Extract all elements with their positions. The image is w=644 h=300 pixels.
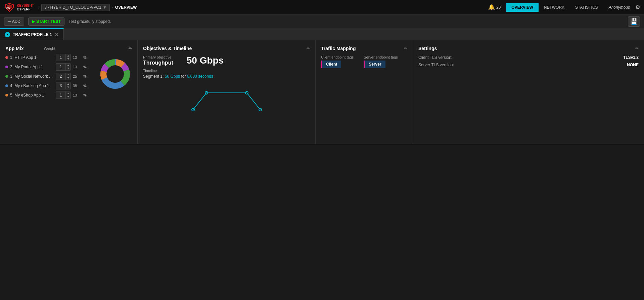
dropdown-arrow-icon: ▼ [103,5,107,10]
objectives-edit-icon[interactable]: ✏ [307,46,310,51]
logo-text: KEYSIGHT CYPERF [17,4,34,11]
settings-key-0: Client TLS version: [418,55,452,60]
objectives-title: Objectives & Timeline [143,46,192,51]
settings-edit-icon[interactable]: ✏ [635,46,639,51]
stepper-arrows: ▲ ▼ [65,92,71,98]
stepper-input[interactable] [56,65,65,69]
percent-sign: % [83,93,87,97]
primary-objective-value: Throughput [143,60,173,66]
timeline-segment-text: Segment 1: 50 Gbps for 6,000 seconds [143,74,310,79]
settings-key-1: Server TLS version: [418,63,454,67]
timeline-chart [143,83,310,116]
stepper-input[interactable] [56,55,65,60]
app-name: 1. HTTP App 1 [10,55,54,60]
save-icon[interactable]: 💾 [628,16,640,27]
client-endpoint-col: Client endpoint tags Client [321,55,354,68]
play-icon: ▶ [32,19,35,24]
app-weight-stepper[interactable]: ▲ ▼ [56,63,71,71]
top-nav: KS KEYSIGHT CYPERF › 8 - HYBRID_TO_CLOUD… [0,0,644,15]
stepper-down[interactable]: ▼ [66,67,71,70]
settings-row-1: Server TLS version: NONE [418,63,639,67]
app-name: 2. My Portal App 1 [10,65,54,69]
stepper-up[interactable]: ▲ [66,54,71,58]
bell-badge[interactable]: 🔔 20 [488,4,501,10]
traffic-mapping-edit-icon[interactable]: ✏ [404,46,407,51]
keysight-logo: KS [4,2,15,13]
server-tag-badge: Server [364,61,385,68]
stepper-arrows: ▲ ▼ [65,64,71,70]
app-percent: 25 [73,74,81,78]
percent-sign: % [83,84,87,88]
stepper-down[interactable]: ▼ [66,58,71,61]
app-item: 5. My eShop App 1 ▲ ▼ 13 % [5,91,93,99]
add-label: + ADD [9,19,20,24]
app-name: 4. My eBanking App 1 [10,83,54,88]
stepper-input[interactable] [56,83,65,88]
app-color-dot [5,66,8,68]
app-weight-stepper[interactable]: ▲ ▼ [56,73,71,80]
primary-objective-label: Primary objective [143,55,173,59]
status-text: Test gracefully stopped. [68,19,111,24]
stepper-down[interactable]: ▼ [66,95,71,99]
top-panel: App Mix Weight ✏ 1. HTTP App 1 ▲ ▼ 13 [0,40,644,145]
gear-icon[interactable]: ⚙ [635,4,640,10]
stepper-up[interactable]: ▲ [66,82,71,86]
app-percent: 13 [73,65,81,69]
toolbar: + + ADD ▶ START TEST Test gracefully sto… [0,15,644,28]
app-weight-stepper[interactable]: ▲ ▼ [56,82,71,89]
donut-chart [98,57,132,91]
app-item: 4. My eBanking App 1 ▲ ▼ 38 % [5,82,93,89]
weight-label: Weight [44,46,55,50]
logo-area: KS KEYSIGHT CYPERF [4,2,34,13]
objectives-section: Objectives & Timeline ✏ Primary objectiv… [138,40,316,144]
app-color-dot [5,84,8,87]
stepper-arrows: ▲ ▼ [65,54,71,61]
settings-row-0: Client TLS version: TLSv1.2 [418,55,639,60]
add-button[interactable]: + + ADD [4,17,24,26]
stepper-up[interactable]: ▲ [66,73,71,76]
tab-overview[interactable]: OVERVIEW [506,3,538,12]
nav-right: 🔔 20 OVERVIEW NETWORK STATISTICS Anonymo… [488,3,640,12]
settings-val-0: TLSv1.2 [623,55,639,60]
bell-count: 20 [496,5,501,10]
app-percent: 38 [73,84,81,88]
profile-tab-bar: ● TRAFFIC PROFILE 1 ✕ [0,28,644,40]
nav-tabs: OVERVIEW NETWORK STATISTICS [506,3,603,12]
stepper-input[interactable] [56,74,65,79]
server-endpoint-col: Server endpoint tags Server [364,55,398,68]
app-weight-stepper[interactable]: ▲ ▼ [56,91,71,99]
test-name-label: 8 - HYBRID_TO_CLOUD-VPC1 [44,5,101,10]
stepper-down[interactable]: ▼ [66,86,71,89]
app-mix-title: App Mix [5,46,24,51]
profile-tab-1[interactable]: ● TRAFFIC PROFILE 1 ✕ [0,28,64,40]
percent-sign: % [83,65,87,69]
app-percent: 13 [73,55,81,60]
app-item: 3. My Social Network App 1 ▲ ▼ 25 % [5,73,93,80]
traffic-mapping-section: Traffic Mapping ✏ Client endpoint tags C… [316,40,413,144]
breadcrumb-chevron2: › [112,5,113,10]
traffic-mapping-title: Traffic Mapping [321,46,356,51]
settings-val-1: NONE [627,63,639,67]
app-percent: 13 [73,93,81,97]
profile-tab-close[interactable]: ✕ [55,32,59,37]
start-test-button[interactable]: ▶ START TEST [28,17,64,26]
tab-statistics[interactable]: STATISTICS [570,3,603,12]
stepper-up[interactable]: ▲ [66,92,71,95]
tab-network[interactable]: NETWORK [539,3,570,12]
start-label: START TEST [36,19,61,24]
stepper-up[interactable]: ▲ [66,64,71,67]
percent-sign: % [83,55,87,60]
profile-tab-label: TRAFFIC PROFILE 1 [13,32,52,37]
app-color-dot [5,94,8,97]
app-weight-stepper[interactable]: ▲ ▼ [56,54,71,61]
app-color-dot [5,56,8,59]
app-item: 1. HTTP App 1 ▲ ▼ 13 % [5,54,93,61]
test-name-dropdown[interactable]: 8 - HYBRID_TO_CLOUD-VPC1 ▼ [41,4,110,11]
app-mix-content: 1. HTTP App 1 ▲ ▼ 13 % 2. My Portal App … [5,54,132,101]
stepper-down[interactable]: ▼ [66,76,71,80]
app-mix-edit-icon[interactable]: ✏ [129,46,132,51]
tags-row: Client endpoint tags Client Server endpo… [321,55,407,68]
app-item: 2. My Portal App 1 ▲ ▼ 13 % [5,63,93,71]
client-endpoint-label: Client endpoint tags [321,55,354,59]
stepper-input[interactable] [56,93,65,98]
